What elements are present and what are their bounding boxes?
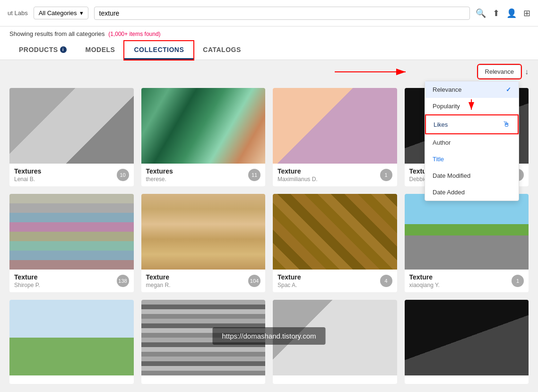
tab-collections[interactable]: COLLECTIONS xyxy=(124,41,193,60)
card-author: Maximilianus D. xyxy=(278,176,380,183)
card-title: Texture xyxy=(409,273,512,281)
sort-relevance-button[interactable]: Relevance xyxy=(478,65,521,78)
card-count: 11 xyxy=(248,169,260,181)
search-icon[interactable]: 🔍 xyxy=(476,8,486,18)
card-title: Textures xyxy=(14,167,117,175)
card-title: Texture xyxy=(146,273,249,281)
checkmark-icon: ✓ xyxy=(506,86,511,93)
list-item[interactable]: Texture Spac A. 4 xyxy=(273,194,397,292)
card-thumbnail xyxy=(273,300,397,375)
list-item[interactable]: Textures Lenai B. 10 xyxy=(9,88,134,186)
sort-option-relevance[interactable]: Relevance ✓ xyxy=(425,81,519,98)
card-thumbnail xyxy=(9,88,134,164)
card-title: Textures xyxy=(146,167,249,175)
sort-option-popularity[interactable]: Popularity xyxy=(425,98,519,114)
card-author: megan R. xyxy=(146,282,249,288)
card-count: 104 xyxy=(248,275,260,287)
app-header: ut Labs All Categories ▾ 🔍 ⬆ 👤 ⊞ xyxy=(0,0,538,26)
card-count: 4 xyxy=(380,275,392,287)
card-thumbnail xyxy=(141,194,266,270)
list-item[interactable] xyxy=(9,300,134,384)
card-author: xiaoqiang Y. xyxy=(409,282,512,288)
card-thumbnail xyxy=(273,88,397,164)
card-title: Texture xyxy=(278,273,380,281)
list-item[interactable] xyxy=(141,300,266,384)
card-count: 1 xyxy=(380,169,392,181)
card-count: 1 xyxy=(512,275,524,287)
upload-icon[interactable]: ⬆ xyxy=(493,8,500,18)
list-item[interactable]: Texture megan R. 104 xyxy=(141,194,266,292)
card-thumbnail xyxy=(141,300,266,375)
brand-label: ut Labs xyxy=(8,9,28,17)
results-count: (1,000+ items found) xyxy=(108,31,160,37)
card-author: therese. xyxy=(146,176,249,183)
cursor-icon: 🖱 xyxy=(503,120,510,129)
card-thumbnail xyxy=(273,194,397,270)
list-item[interactable]: Texture xiaoqiang Y. 1 xyxy=(405,194,529,292)
list-item[interactable]: Textures therese. 11 xyxy=(141,88,266,186)
sort-option-date-added[interactable]: Date Added xyxy=(425,184,519,200)
info-icon: i xyxy=(60,46,67,53)
card-author: Shirope P. xyxy=(14,282,117,288)
card-author: Spac A. xyxy=(278,282,380,288)
card-thumbnail xyxy=(141,88,266,164)
tab-catalogs[interactable]: CATALOGS xyxy=(193,41,250,60)
tab-models[interactable]: MODELS xyxy=(76,41,125,60)
sort-direction-arrow[interactable]: ↓ xyxy=(525,68,529,76)
sort-bar: Relevance ↓ Relevance ✓ Popularity Likes… xyxy=(0,60,538,83)
tab-bar: PRODUCTS i MODELS COLLECTIONS CATALOGS xyxy=(9,41,529,60)
user-icon[interactable]: 👤 xyxy=(506,8,517,18)
card-title: Texture xyxy=(278,167,380,175)
sort-option-title[interactable]: Title xyxy=(425,151,519,167)
category-dropdown[interactable]: All Categories ▾ xyxy=(34,7,88,19)
card-thumbnail xyxy=(9,300,134,375)
sort-dropdown-menu: Relevance ✓ Popularity Likes 🖱 Author Ti xyxy=(425,81,519,201)
card-count: 138 xyxy=(117,275,129,287)
sort-option-date-modified[interactable]: Date Modified xyxy=(425,167,519,184)
list-item[interactable] xyxy=(405,300,529,384)
card-thumbnail xyxy=(405,300,529,375)
list-item[interactable]: Texture Shirope P. 138 xyxy=(9,194,134,292)
card-thumbnail xyxy=(405,194,529,270)
grid-icon[interactable]: ⊞ xyxy=(523,8,530,18)
card-author: Lenai B. xyxy=(14,176,117,183)
sort-option-author[interactable]: Author xyxy=(425,134,519,151)
chevron-down-icon: ▾ xyxy=(80,9,83,17)
results-text: Showing results from all categories (1,0… xyxy=(9,30,529,37)
tab-products[interactable]: PRODUCTS i xyxy=(9,41,76,60)
list-item[interactable]: Texture Maximilianus D. 1 xyxy=(273,88,397,186)
subheader: Showing results from all categories (1,0… xyxy=(0,26,538,60)
list-item[interactable] xyxy=(273,300,397,384)
category-label: All Categories xyxy=(39,9,77,17)
search-input[interactable] xyxy=(99,9,465,17)
sort-option-likes[interactable]: Likes 🖱 xyxy=(425,114,519,134)
card-title: Texture xyxy=(14,273,117,281)
card-thumbnail xyxy=(9,194,134,270)
search-bar[interactable] xyxy=(94,7,470,20)
header-icons: 🔍 ⬆ 👤 ⊞ xyxy=(476,8,530,18)
card-count: 10 xyxy=(117,169,129,181)
